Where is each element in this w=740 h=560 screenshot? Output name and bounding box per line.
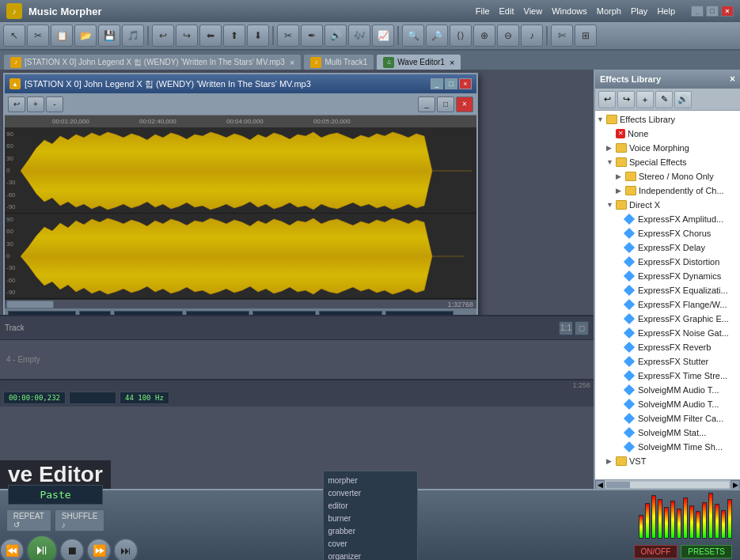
tree-item-24[interactable]: ▶VST [595, 454, 740, 468]
tmenu-morpher[interactable]: morpher [328, 475, 412, 487]
tree-item-3[interactable]: ▼Special Effects [595, 155, 740, 169]
tab-waveeditor[interactable]: ♫ Wave Editor1 × [376, 54, 461, 70]
wave-minimize-button[interactable]: _ [431, 78, 443, 89]
menu-file[interactable]: File [476, 6, 490, 16]
tree-item-23[interactable]: SolveigMM Time Sh... [595, 440, 740, 454]
tab-station[interactable]: ♪ [STATION X 0] John Legend X 힙 (WENDY) … [3, 54, 302, 70]
tmenu-editor[interactable]: editor [328, 500, 412, 513]
toolbar-btn2[interactable]: 📋 [51, 25, 73, 47]
transport-stop-btn[interactable]: ⏹ [59, 538, 85, 561]
tree-item-20[interactable]: SolveigMM Audio T... [595, 397, 740, 411]
track-scrollbar-h[interactable]: 1:256 [0, 380, 594, 389]
tree-item-10[interactable]: ExpressFX Distortion [595, 255, 740, 269]
toolbar-btn1[interactable]: ✂ [27, 25, 49, 47]
transport-play-btn[interactable]: ⏯ [26, 535, 58, 561]
ep-btn1[interactable]: ↩ [598, 91, 616, 108]
onoff-button[interactable]: ON/OFF [634, 545, 678, 558]
wc-min[interactable]: _ [418, 96, 435, 112]
transport-fwd-btn[interactable]: ⏩ [86, 538, 112, 561]
tree-item-11[interactable]: ExpressFX Dynamics [595, 269, 740, 283]
toolbar-btn9[interactable]: ⬆ [223, 25, 245, 47]
ep-btn4[interactable]: ✎ [655, 91, 673, 108]
toolbar-btn19[interactable]: ♪ [521, 25, 543, 47]
tree-item-1[interactable]: ✕None [595, 127, 740, 141]
minimize-button[interactable]: _ [691, 6, 704, 17]
maximize-button[interactable]: □ [706, 6, 719, 17]
zoom-fit-btn[interactable]: ◻ [575, 321, 589, 335]
wc-zoom-out[interactable]: - [46, 96, 63, 112]
toolbar-btn6[interactable]: ↩ [152, 25, 174, 47]
tree-item-12[interactable]: ExpressFX Equalizati... [595, 283, 740, 297]
toolbar-zoom-in[interactable]: 🔍 [402, 25, 424, 47]
ep-btn5[interactable]: 🔊 [674, 91, 692, 108]
close-button[interactable]: × [721, 6, 734, 17]
toolbar-btn21[interactable]: ⊞ [575, 25, 597, 47]
menu-morph[interactable]: Morph [597, 6, 621, 16]
ruler-mark-1: 00:01:20,000 [52, 118, 89, 125]
tree-item-7[interactable]: ExpressFX Amplitud... [595, 212, 740, 226]
hsb-right-btn[interactable]: ▶ [731, 480, 740, 490]
menu-play[interactable]: Play [631, 6, 647, 16]
ep-btn2[interactable]: ↪ [617, 91, 635, 108]
tree-item-2[interactable]: ▶Voice Morphing [595, 141, 740, 155]
toolbar-pointer[interactable]: ↖ [3, 25, 25, 47]
wave-close-button[interactable]: × [459, 78, 472, 89]
wc-zoom-in[interactable]: + [27, 96, 44, 112]
tmenu-burner[interactable]: burner [328, 513, 412, 525]
toolbar-btn15[interactable]: 📈 [372, 25, 394, 47]
wc-max[interactable]: □ [437, 96, 454, 112]
tmenu-converter[interactable]: converter [328, 487, 412, 500]
toolbar-btn20[interactable]: ✄ [551, 25, 573, 47]
presets-button[interactable]: PRESETS [681, 545, 732, 558]
toolbar-btn8[interactable]: ⬅ [199, 25, 222, 47]
tab-multitrack[interactable]: ♪ Multi Track1 [303, 54, 374, 70]
toolbar-btn16[interactable]: ⟨⟩ [450, 25, 472, 47]
menu-windows[interactable]: Windows [552, 6, 587, 16]
toolbar-btn10[interactable]: ⬇ [247, 25, 269, 47]
tree-item-5[interactable]: ▶Independently of Ch... [595, 184, 740, 198]
tree-item-13[interactable]: ExpressFX Flange/W... [595, 297, 740, 312]
tree-item-15[interactable]: ExpressFX Noise Gat... [595, 326, 740, 340]
waveform-scrollbar-h[interactable]: 1:32768 [5, 299, 476, 308]
waveform-scroll-thumb[interactable] [6, 301, 54, 308]
wave-maximize-button[interactable]: □ [445, 78, 457, 89]
toolbar-btn13[interactable]: 🔊 [324, 25, 347, 47]
tab-close-station[interactable]: × [290, 58, 294, 67]
transport-rew-btn[interactable]: ⏪ [0, 538, 25, 561]
toolbar-zoom-out[interactable]: 🔎 [426, 25, 448, 47]
toolbar-btn7[interactable]: ↪ [176, 25, 198, 47]
ep-btn3[interactable]: + [636, 91, 654, 108]
toolbar-btn17[interactable]: ⊕ [473, 25, 495, 47]
wc-close[interactable]: × [456, 96, 473, 112]
tree-item-8[interactable]: ExpressFX Chorus [595, 226, 740, 240]
tree-item-17[interactable]: ExpressFX Stutter [595, 354, 740, 369]
tree-item-21[interactable]: SolveigMM Filter Ca... [595, 411, 740, 426]
toolbar-btn18[interactable]: ⊖ [497, 25, 519, 47]
toolbar-btn11[interactable]: ✂ [277, 25, 299, 47]
tmenu-grabber[interactable]: grabber [328, 525, 412, 538]
mode-shuffle-btn[interactable]: SHUFFLE ♪ [55, 509, 105, 532]
mode-repeat-btn[interactable]: REPEAT ↺ [6, 509, 51, 532]
tree-item-18[interactable]: ExpressFX Time Stre... [595, 369, 740, 383]
tree-item-14[interactable]: ExpressFX Graphic E... [595, 312, 740, 326]
tree-item-4[interactable]: ▶Stereo / Mono Only [595, 169, 740, 184]
toolbar-btn12[interactable]: ✒ [301, 25, 323, 47]
tree-item-16[interactable]: ExpressFX Reverb [595, 340, 740, 354]
menu-edit[interactable]: Edit [499, 6, 514, 16]
tmenu-cover[interactable]: cover [328, 538, 412, 551]
tree-item-6[interactable]: ▼Direct X [595, 198, 740, 212]
toolbar-btn14[interactable]: 🎶 [348, 25, 370, 47]
toolbar-btn3[interactable]: 📂 [74, 25, 97, 47]
tab-close-waveeditor[interactable]: × [450, 58, 454, 67]
toolbar-btn5[interactable]: 🎵 [122, 25, 144, 47]
tree-item-19[interactable]: SolveigMM Audio T... [595, 383, 740, 397]
wc-home[interactable]: ↩ [8, 96, 25, 112]
tmenu-organizer[interactable]: organizer [328, 551, 412, 560]
menu-view[interactable]: View [524, 6, 543, 16]
tree-item-22[interactable]: SolveigMM Stat... [595, 426, 740, 440]
tree-item-9[interactable]: ExpressFX Delay [595, 240, 740, 255]
effects-panel-close[interactable]: × [730, 74, 735, 85]
toolbar-btn4[interactable]: 💾 [98, 25, 120, 47]
menu-help[interactable]: Help [657, 6, 675, 16]
tree-item-0[interactable]: ▼Effects Library [595, 112, 740, 127]
